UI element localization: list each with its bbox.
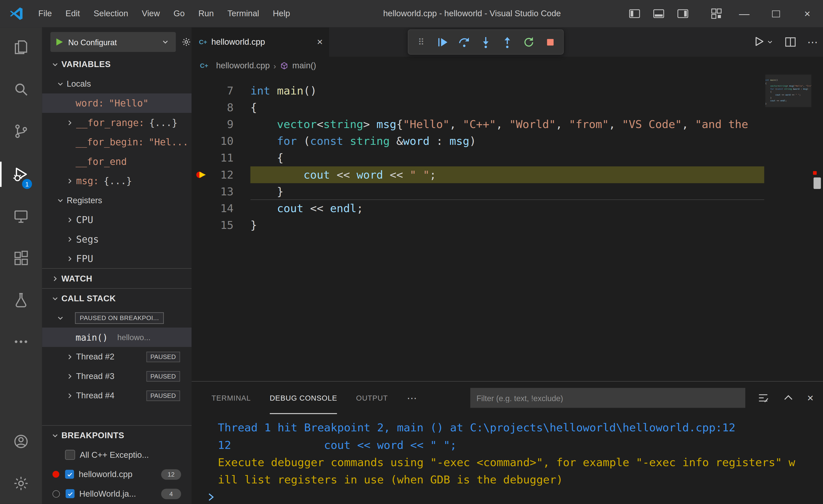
variable-for-begin[interactable]: __for_begin: "Hel... [42,132,191,152]
watch-section-header[interactable]: WATCH [42,268,191,288]
gutter[interactable] [191,99,210,116]
callstack-thread-2[interactable]: Thread #2 PAUSED [42,347,191,366]
gutter[interactable] [191,82,210,99]
explorer-icon[interactable] [8,34,33,60]
breadcrumb-symbol[interactable]: main() [292,61,316,70]
callstack-frame-main[interactable]: main() hellowo... [42,327,191,347]
start-debugging-icon[interactable] [55,37,64,47]
tab-close-icon[interactable]: × [317,36,323,48]
callstack-session-row[interactable]: PAUSED ON BREAKPOI... [42,308,191,327]
checkbox-checked[interactable] [65,470,74,479]
more-views-icon[interactable] [8,329,33,354]
code-line-12[interactable]: 12 cout << word << " "; [191,166,823,183]
gutter[interactable] [191,183,210,200]
maximize-panel-icon[interactable] [782,391,795,404]
code-line-7[interactable]: 7int main() [191,82,823,99]
callstack-thread-3[interactable]: Thread #3 PAUSED [42,366,191,386]
code-text[interactable]: } [251,217,764,233]
code-text[interactable]: vector<string> msg{"Hello", "C++", "Worl… [251,116,764,133]
breakpoints-section-header[interactable]: BREAKPOINTS [42,425,191,445]
search-icon[interactable] [8,77,33,102]
code-text[interactable]: cout << word << " "; [251,166,764,183]
variable-for-range[interactable]: __for_range: {...} [42,113,191,132]
code-text[interactable]: { [251,150,764,166]
debug-console[interactable]: Thread 1 hit Breakpoint 2, main () at C:… [191,414,823,504]
settings-gear-icon[interactable] [8,471,33,496]
console-filter-input[interactable] [470,388,745,408]
clear-console-icon[interactable] [757,391,770,404]
code-text[interactable]: } [251,183,764,200]
more-actions-icon[interactable]: ⋯ [807,36,818,48]
callstack-section-header[interactable]: CALL STACK [42,288,191,308]
tree-item-locals[interactable]: Locals [42,74,191,93]
checkbox-checked[interactable] [65,489,74,498]
code-line-13[interactable]: 13 } [191,183,823,200]
minimap[interactable]: int main(){ vector<string> msg{"Hello", … [765,74,812,381]
code-line-14[interactable]: 14 cout << endl; [191,200,823,217]
debug-config-dropdown[interactable]: No Configurat [50,32,176,52]
tree-item-segs[interactable]: Segs [42,229,191,249]
source-control-icon[interactable] [8,119,33,144]
callstack-thread-4[interactable]: Thread #4 PAUSED [42,386,191,405]
step-out-button[interactable] [497,31,518,52]
menu-edit[interactable]: Edit [59,0,87,27]
tree-item-cpu[interactable]: CPU [42,210,191,229]
run-cpp-file-button[interactable] [753,35,774,49]
tree-item-registers[interactable]: Registers [42,190,191,210]
code-text[interactable]: { [251,99,764,116]
step-into-button[interactable] [475,31,497,52]
toolbar-drag-handle[interactable]: ⠿ [410,31,432,52]
menu-go[interactable]: Go [167,0,191,27]
split-editor-icon[interactable] [784,36,797,48]
menu-view[interactable]: View [135,0,167,27]
customize-layout-icon[interactable] [704,0,728,27]
breakpoint-current-line-icon[interactable] [191,166,210,183]
account-icon[interactable] [8,429,33,454]
continue-button[interactable] [432,31,454,52]
variable-word[interactable]: word: "Hello" [42,94,191,113]
debug-settings-gear-icon[interactable] [181,37,191,47]
breakpoint-all-exceptions[interactable]: All C++ Exceptio... [42,445,191,464]
close-button[interactable]: × [792,0,823,27]
extensions-icon[interactable] [8,245,33,271]
menu-selection[interactable]: Selection [87,0,135,27]
gutter[interactable] [191,217,210,233]
breadcrumb-file[interactable]: helloworld.cpp [216,61,270,70]
variable-for-end[interactable]: __for_end [42,152,191,171]
overview-ruler[interactable] [811,74,823,381]
gutter[interactable] [191,150,210,166]
code-line-10[interactable]: 10 for (const string &word : msg) [191,133,823,150]
toggle-sidebar-icon[interactable] [623,0,647,27]
toggle-panel-icon[interactable] [647,0,671,27]
menu-run[interactable]: Run [191,0,220,27]
checkbox-unchecked[interactable] [65,450,75,460]
code-text[interactable]: for (const string &word : msg) [251,133,764,150]
menu-file[interactable]: File [31,0,59,27]
close-panel-icon[interactable]: × [807,391,813,404]
code-text[interactable]: int main() [251,82,764,99]
breakpoint-helloworld-cpp[interactable]: helloworld.cpp 12 [42,465,191,484]
testing-icon[interactable] [8,288,33,313]
step-over-button[interactable] [453,31,475,52]
breakpoint-helloworld-java[interactable]: HelloWorld.ja... 4 [42,484,191,503]
toggle-secondary-sidebar-icon[interactable] [671,0,695,27]
code-line-15[interactable]: 15} [191,217,823,233]
variable-msg[interactable]: msg: {...} [42,171,191,190]
code-line-9[interactable]: 9 vector<string> msg{"Hello", "C++", "Wo… [191,116,823,133]
menu-help[interactable]: Help [266,0,297,27]
tab-output[interactable]: OUTPUT [356,381,388,414]
restart-button[interactable] [518,31,539,52]
stop-button[interactable] [539,31,561,52]
gutter[interactable] [191,133,210,150]
tab-debug-console[interactable]: DEBUG CONSOLE [270,381,337,414]
console-input-row[interactable] [206,490,823,504]
variables-section-header[interactable]: VARIABLES [42,55,191,74]
remote-explorer-icon[interactable] [8,204,33,229]
tab-helloworld-cpp[interactable]: C+ helloworld.cpp × [191,27,329,57]
tree-item-fpu[interactable]: FPU [42,249,191,268]
minimize-button[interactable]: — [728,0,760,27]
code-line-11[interactable]: 11 { [191,150,823,166]
tab-terminal[interactable]: TERMINAL [211,381,251,414]
gutter[interactable] [191,116,210,133]
menu-terminal[interactable]: Terminal [220,0,266,27]
